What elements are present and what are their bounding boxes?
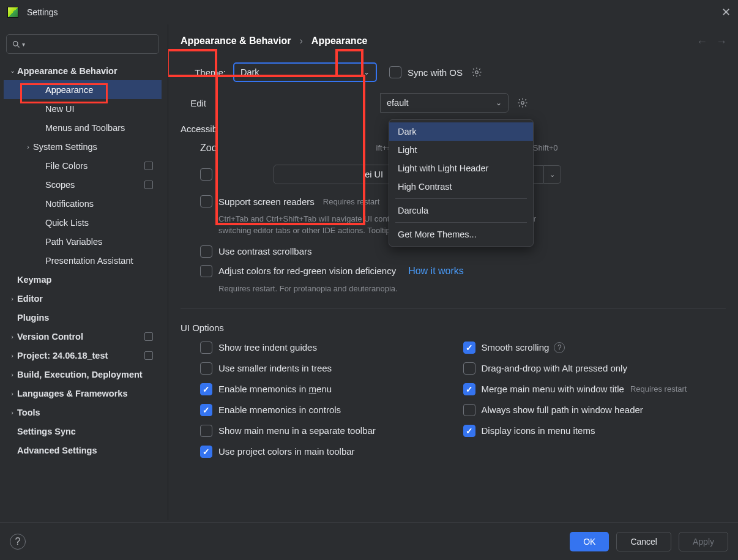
sidebar-item-languages-frameworks[interactable]: ›Languages & Frameworks <box>4 384 162 403</box>
colorblind-label: Adjust colors for red-green vision defic… <box>218 266 396 276</box>
theme-option-high-contrast[interactable]: High Contrast <box>389 177 533 196</box>
sidebar-item-label: Keymap <box>17 275 162 285</box>
checkbox[interactable] <box>200 383 212 395</box>
sync-os-label: Sync with OS <box>408 67 463 78</box>
sidebar-item-label: System Settings <box>33 142 162 152</box>
breadcrumb-current: Appearance <box>311 35 368 47</box>
option-label: Smooth scrolling <box>482 342 550 353</box>
theme-option-more[interactable]: Get More Themes... <box>389 225 533 244</box>
nav-back-icon[interactable]: ← <box>696 35 707 48</box>
checkbox[interactable] <box>463 342 475 354</box>
contrast-scrollbars-label: Use contrast scrollbars <box>218 246 312 256</box>
option-label: Enable mnemonics in controls <box>218 405 341 415</box>
nav-forward-icon[interactable]: → <box>716 35 727 48</box>
sidebar-item-version-control[interactable]: ›Version Control <box>4 327 162 346</box>
checkbox[interactable] <box>463 404 475 416</box>
zoom-label: Zoo <box>200 143 217 154</box>
theme-option-light[interactable]: Light <box>389 141 533 159</box>
close-icon[interactable]: ✕ <box>721 6 731 19</box>
sidebar-item-label: Quick Lists <box>45 218 162 228</box>
svg-line-1 <box>17 45 19 47</box>
sidebar-item-label: Menus and Toolbars <box>45 123 162 133</box>
scheme-combo[interactable]: efault ⌄ <box>380 93 509 113</box>
how-it-works-link[interactable]: How it works <box>408 266 464 277</box>
checkbox[interactable] <box>463 383 475 395</box>
sidebar-item-label: New UI <box>45 104 162 114</box>
app-icon <box>7 7 18 18</box>
ok-button[interactable]: OK <box>570 532 609 551</box>
sidebar-item-quick-lists[interactable]: Quick Lists <box>4 213 162 232</box>
contrast-scrollbars-checkbox[interactable] <box>200 245 212 258</box>
ui-option: Use project colors in main toolbar <box>200 446 463 458</box>
sidebar-item-appearance[interactable]: Appearance <box>4 80 162 99</box>
checkbox[interactable] <box>463 425 475 437</box>
svg-point-3 <box>521 102 524 105</box>
checkbox[interactable] <box>200 446 212 458</box>
option-label: Display icons in menu items <box>482 425 595 436</box>
font-value: ei UI <box>365 170 383 179</box>
sidebar-item-label: Appearance <box>45 85 162 95</box>
search-icon <box>12 40 21 49</box>
sidebar-item-file-colors[interactable]: File Colors <box>4 156 162 175</box>
sync-os-checkbox[interactable] <box>389 66 401 78</box>
sidebar-item-plugins[interactable]: Plugins <box>4 308 162 327</box>
restart-hint: Requires restart <box>323 197 379 206</box>
theme-combo[interactable]: Dark ⌄ <box>233 62 377 82</box>
sidebar-item-keymap[interactable]: Keymap <box>4 270 162 289</box>
ui-option: Merge main menu with window titleRequire… <box>463 383 726 395</box>
sidebar-item-menus-and-toolbars[interactable]: Menus and Toolbars <box>4 118 162 137</box>
ui-option: Enable mnemonics in controls <box>200 404 463 416</box>
search-input[interactable]: ▾ <box>6 34 159 54</box>
sidebar-item-label: Plugins <box>17 313 162 323</box>
sidebar-item-system-settings[interactable]: ›System Settings <box>4 137 162 156</box>
sidebar-item-label: Notifications <box>45 199 162 209</box>
sidebar-item-presentation-assistant[interactable]: Presentation Assistant <box>4 251 162 270</box>
sidebar-item-path-variables[interactable]: Path Variables <box>4 232 162 251</box>
checkbox[interactable] <box>200 425 212 437</box>
sidebar-item-advanced-settings[interactable]: Advanced Settings <box>4 441 162 460</box>
breadcrumb-separator: › <box>300 35 303 47</box>
gear-icon[interactable] <box>470 65 483 79</box>
option-label: Show main menu in a separate toolbar <box>218 425 376 436</box>
help-icon[interactable]: ? <box>10 534 26 550</box>
sidebar-item-settings-sync[interactable]: Settings Sync <box>4 422 162 441</box>
checkbox[interactable] <box>463 362 475 375</box>
ui-option: Always show full path in window header <box>463 404 726 416</box>
custom-font-checkbox[interactable] <box>200 168 212 181</box>
option-label: Show tree indent guides <box>218 342 317 353</box>
sidebar-item-tools[interactable]: ›Tools <box>4 403 162 422</box>
project-badge-icon <box>144 332 153 341</box>
search-filter-icon[interactable]: ▾ <box>22 41 25 48</box>
scheme-label: Edit <box>183 98 206 108</box>
theme-option-darcula[interactable]: Darcula <box>389 201 533 220</box>
checkbox[interactable] <box>200 362 212 375</box>
main-panel: Appearance & Behavior › Appearance ← → T… <box>168 24 738 520</box>
breadcrumb-parent[interactable]: Appearance & Behavior <box>181 35 291 47</box>
apply-button[interactable]: Apply <box>679 532 728 551</box>
sidebar-item-project-24-06-18-test[interactable]: ›Project: 24.06.18_test <box>4 346 162 365</box>
sidebar-item-scopes[interactable]: Scopes <box>4 175 162 194</box>
sidebar-item-label: Project: 24.06.18_test <box>17 351 144 360</box>
colorblind-checkbox[interactable] <box>200 265 212 277</box>
checkbox[interactable] <box>200 342 212 354</box>
sidebar-item-label: Editor <box>17 294 162 304</box>
svg-point-0 <box>13 41 18 46</box>
option-label: Merge main menu with window title <box>482 384 624 394</box>
chevron-right-icon: › <box>7 352 17 359</box>
checkbox[interactable] <box>200 404 212 416</box>
sidebar-item-editor[interactable]: ›Editor <box>4 289 162 308</box>
sidebar-item-label: File Colors <box>45 161 144 171</box>
sidebar-item-new-ui[interactable]: New UI <box>4 99 162 118</box>
sidebar-item-appearance-behavior[interactable]: ⌄Appearance & Behavior <box>4 61 162 80</box>
sidebar-item-notifications[interactable]: Notifications <box>4 194 162 213</box>
theme-option-light-header[interactable]: Light with Light Header <box>389 159 533 177</box>
screen-readers-checkbox[interactable] <box>200 195 212 207</box>
font-size-stepper[interactable]: ⌄ <box>544 165 561 184</box>
cancel-button[interactable]: Cancel <box>616 532 671 551</box>
ui-option: Drag-and-drop with Alt pressed only <box>463 362 726 375</box>
help-icon[interactable]: ? <box>554 342 565 353</box>
gear-icon[interactable] <box>516 96 529 110</box>
sidebar-item-build-execution-deployment[interactable]: ›Build, Execution, Deployment <box>4 365 162 384</box>
theme-option-dark[interactable]: Dark <box>389 122 533 141</box>
sidebar-item-label: Build, Execution, Deployment <box>17 370 162 379</box>
